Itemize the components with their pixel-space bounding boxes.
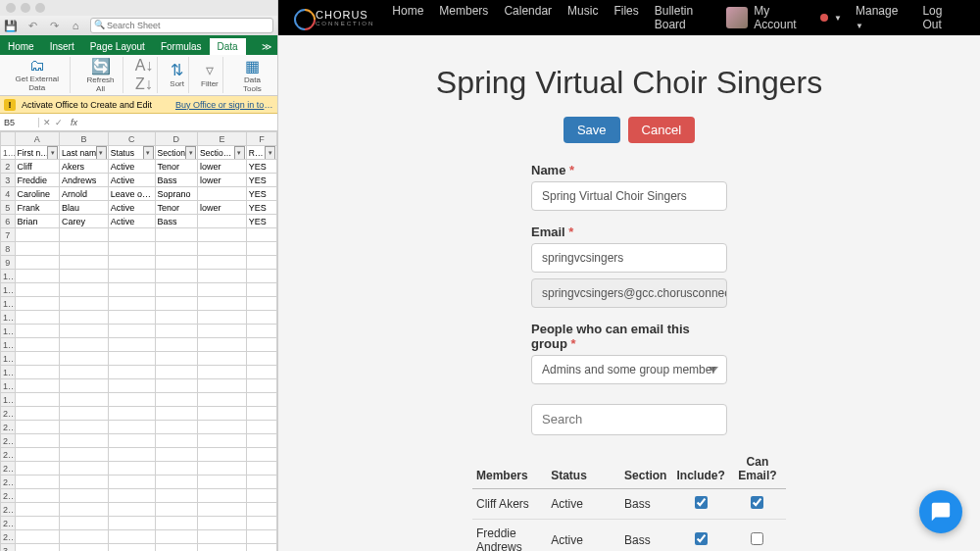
- cell[interactable]: [246, 421, 276, 434]
- cancel-formula-icon[interactable]: ✕: [43, 118, 51, 127]
- brand-logo[interactable]: CHORUSCONNECTION: [294, 9, 374, 26]
- cell[interactable]: [15, 393, 60, 407]
- cell[interactable]: [246, 407, 276, 421]
- cell[interactable]: [246, 325, 276, 338]
- cell[interactable]: [15, 228, 60, 242]
- cell[interactable]: [198, 544, 247, 552]
- cell[interactable]: [60, 379, 109, 393]
- cell[interactable]: [155, 544, 198, 552]
- cell[interactable]: [60, 283, 109, 297]
- close-dot[interactable]: [6, 3, 16, 13]
- cell[interactable]: [198, 366, 247, 379]
- tab-formulas[interactable]: Formulas: [153, 38, 210, 55]
- cell[interactable]: [155, 352, 198, 366]
- buy-office-link[interactable]: Buy Office or sign in to activat...: [175, 100, 273, 110]
- chat-fab[interactable]: [919, 490, 962, 533]
- cell[interactable]: [108, 503, 155, 517]
- cell[interactable]: [198, 489, 247, 503]
- cell[interactable]: [155, 379, 198, 393]
- member-search-input[interactable]: [531, 404, 727, 435]
- cell[interactable]: Soprano: [155, 187, 198, 201]
- cell[interactable]: [198, 228, 247, 242]
- cell[interactable]: [108, 242, 155, 256]
- cell[interactable]: [246, 476, 276, 489]
- cell[interactable]: Caroline: [15, 187, 60, 201]
- nav-link-home[interactable]: Home: [392, 4, 423, 31]
- cell[interactable]: [155, 311, 198, 325]
- cell[interactable]: [246, 489, 276, 503]
- cell[interactable]: [60, 352, 109, 366]
- cell[interactable]: Freddie: [15, 174, 60, 187]
- sort-za-icon[interactable]: Z↓: [135, 75, 153, 93]
- filter-header[interactable]: Section: [155, 146, 198, 160]
- cell[interactable]: Frank: [15, 201, 60, 215]
- home-icon[interactable]: ⌂: [69, 19, 82, 32]
- cell[interactable]: [198, 187, 247, 201]
- cell[interactable]: Carey: [60, 215, 109, 228]
- cell[interactable]: [155, 421, 198, 434]
- sheet-search-input[interactable]: [90, 18, 273, 33]
- cell[interactable]: [60, 530, 109, 544]
- cell[interactable]: [60, 476, 109, 489]
- logout-link[interactable]: Log Out: [922, 4, 964, 31]
- cell[interactable]: [15, 366, 60, 379]
- nav-link-calendar[interactable]: Calendar: [504, 4, 552, 31]
- cell[interactable]: [108, 297, 155, 311]
- cell[interactable]: [108, 393, 155, 407]
- sort-button[interactable]: ⇅Sort: [166, 57, 189, 93]
- cell[interactable]: [60, 503, 109, 517]
- cell[interactable]: [60, 270, 109, 283]
- nav-link-music[interactable]: Music: [567, 4, 598, 31]
- cell[interactable]: [155, 228, 198, 242]
- tabs-more-icon[interactable]: ≫: [256, 38, 277, 55]
- cell[interactable]: [198, 448, 247, 462]
- cell[interactable]: [198, 476, 247, 489]
- cell[interactable]: Active: [108, 174, 155, 187]
- filter-header[interactable]: Last nam: [60, 146, 109, 160]
- cell[interactable]: Akers: [60, 160, 109, 174]
- cell[interactable]: Bass: [155, 215, 198, 228]
- nav-link-files[interactable]: Files: [613, 4, 638, 31]
- cell[interactable]: Tenor: [155, 160, 198, 174]
- cell[interactable]: [15, 407, 60, 421]
- cell[interactable]: [155, 338, 198, 352]
- cell[interactable]: [246, 228, 276, 242]
- cell[interactable]: [60, 407, 109, 421]
- cell[interactable]: [60, 338, 109, 352]
- cell[interactable]: [246, 270, 276, 283]
- cell[interactable]: [60, 228, 109, 242]
- cell[interactable]: Brian: [15, 215, 60, 228]
- cell[interactable]: [15, 297, 60, 311]
- save-icon[interactable]: 💾: [4, 19, 18, 32]
- cell[interactable]: [155, 462, 198, 476]
- cell[interactable]: [108, 530, 155, 544]
- cell[interactable]: [15, 325, 60, 338]
- cell[interactable]: [15, 256, 60, 270]
- permissions-select[interactable]: Admins and some group members: [531, 355, 727, 384]
- cell[interactable]: [198, 517, 247, 530]
- cell[interactable]: [198, 462, 247, 476]
- tab-data[interactable]: Data: [210, 38, 246, 55]
- cell[interactable]: [246, 517, 276, 530]
- include-checkbox[interactable]: [695, 532, 708, 545]
- cell[interactable]: YES: [246, 160, 276, 174]
- spreadsheet-grid[interactable]: ABCDEF1First namLast namStatusSectionSec…: [0, 131, 277, 551]
- cell[interactable]: [15, 448, 60, 462]
- cell[interactable]: [155, 476, 198, 489]
- cell[interactable]: Cliff: [15, 160, 60, 174]
- email-input[interactable]: [531, 243, 727, 273]
- save-button[interactable]: Save: [564, 117, 620, 143]
- filter-header[interactable]: First nam: [15, 146, 60, 160]
- col-header[interactable]: D: [155, 132, 198, 146]
- cell[interactable]: [60, 462, 109, 476]
- cell[interactable]: [155, 517, 198, 530]
- cell[interactable]: [108, 256, 155, 270]
- col-header[interactable]: A: [15, 132, 60, 146]
- cell[interactable]: [155, 489, 198, 503]
- cell[interactable]: [15, 517, 60, 530]
- filter-header[interactable]: Status: [108, 146, 155, 160]
- my-account-menu[interactable]: My Account ▼: [726, 4, 842, 31]
- cell[interactable]: [155, 283, 198, 297]
- cell[interactable]: [155, 325, 198, 338]
- col-header[interactable]: B: [60, 132, 109, 146]
